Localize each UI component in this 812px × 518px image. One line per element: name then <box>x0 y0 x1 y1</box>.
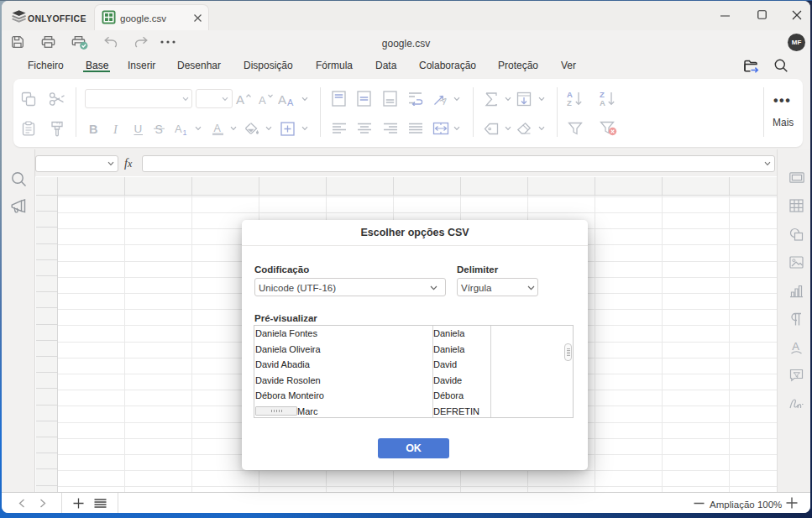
svg-text:B: B <box>89 123 97 136</box>
svg-text:A: A <box>175 123 182 135</box>
svg-text:1: 1 <box>183 128 187 136</box>
svg-text:A: A <box>236 92 244 107</box>
svg-text:A: A <box>287 97 294 107</box>
svg-text:U: U <box>134 122 143 134</box>
svg-text:A: A <box>792 340 799 353</box>
svg-text:A: A <box>600 98 605 107</box>
svg-text:A: A <box>259 94 266 107</box>
svg-text:I: I <box>113 123 118 136</box>
svg-text:A: A <box>213 122 221 133</box>
svg-text:A: A <box>278 92 286 107</box>
svg-text:Z: Z <box>567 98 572 107</box>
